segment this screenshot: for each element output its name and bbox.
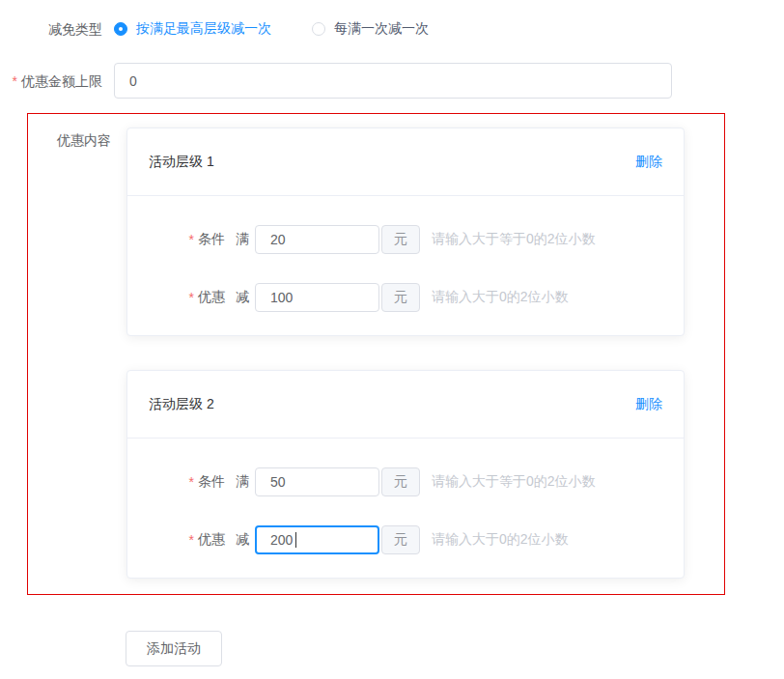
condition-hint: 请输入大于等于0的2位小数 [432, 473, 596, 491]
tier-2-body: * 条件 满 元 请输入大于等于0的2位小数 * 优惠 [127, 439, 684, 578]
max-discount-input[interactable] [114, 63, 672, 99]
required-star: * [189, 532, 194, 548]
radio-unchecked-icon[interactable] [312, 22, 325, 36]
max-discount-row: *优惠金额上限 [0, 63, 784, 99]
yuan-unit-append: 元 [381, 225, 420, 254]
tier-2-title: 活动层级 2 [149, 396, 214, 413]
discount-label-group: * 优惠 减 [127, 289, 255, 306]
tier-2-condition-row: * 条件 满 元 请输入大于等于0的2位小数 [127, 467, 684, 496]
radio-option-highest-tier[interactable]: 按满足最高层级减一次 [114, 20, 271, 38]
discount-label: 优惠 [198, 289, 225, 306]
condition-label: 条件 [198, 231, 225, 248]
tier-1-header: 活动层级 1 删除 [127, 128, 684, 196]
tier-1-discount-row: * 优惠 减 元 请输入大于0的2位小数 [127, 283, 684, 312]
tier-1-delete-link[interactable]: 删除 [635, 154, 662, 171]
promotion-form-page: 减免类型 按满足最高层级减一次 每满一次减一次 *优惠金额上限 优惠内容 活动层… [0, 19, 784, 679]
tier-1-body: * 条件 满 元 请输入大于等于0的2位小数 * 优惠 [127, 196, 684, 335]
radio-option-label[interactable]: 每满一次减一次 [334, 20, 429, 38]
tier-2-condition-input[interactable] [255, 467, 379, 496]
condition-label-group: * 条件 满 [127, 473, 255, 491]
radio-option-every-time[interactable]: 每满一次减一次 [312, 20, 429, 38]
tier-2-delete-link[interactable]: 删除 [635, 396, 662, 413]
yuan-unit-append: 元 [381, 283, 420, 312]
discount-input-wrap [255, 283, 379, 312]
discount-prefix: 减 [236, 531, 249, 549]
condition-prefix: 满 [236, 473, 249, 491]
yuan-unit-append: 元 [381, 525, 420, 554]
tier-2-discount-row: * 优惠 减 元 请输入大于0的2位小数 [127, 525, 684, 554]
reduction-type-label: 减免类型 [0, 19, 114, 39]
discount-label: 优惠 [198, 531, 225, 549]
tier-1-title: 活动层级 1 [149, 154, 214, 171]
radio-option-label[interactable]: 按满足最高层级减一次 [136, 20, 271, 38]
required-star: * [189, 474, 194, 490]
add-activity-row: 添加活动 [126, 631, 784, 666]
condition-prefix: 满 [236, 231, 249, 248]
add-activity-button[interactable]: 添加活动 [126, 631, 222, 666]
discount-prefix: 减 [236, 289, 249, 306]
discount-content-label: 优惠内容 [57, 132, 111, 150]
condition-hint: 请输入大于等于0的2位小数 [432, 231, 596, 248]
required-star: * [189, 290, 194, 305]
tier-1-condition-input[interactable] [255, 225, 379, 254]
discount-hint: 请输入大于0的2位小数 [432, 289, 569, 306]
yuan-unit-append: 元 [381, 467, 420, 496]
discount-label-group: * 优惠 减 [127, 531, 255, 549]
radio-checked-icon[interactable] [114, 22, 127, 36]
discount-hint: 请输入大于0的2位小数 [432, 531, 569, 549]
tier-1-discount-input[interactable] [255, 283, 379, 312]
tier-2-header: 活动层级 2 删除 [127, 371, 684, 439]
condition-label: 条件 [198, 473, 225, 491]
tier-1-condition-row: * 条件 满 元 请输入大于等于0的2位小数 [127, 225, 684, 254]
tier-card-1: 活动层级 1 删除 * 条件 满 元 请输入大于等于0 [126, 127, 685, 336]
condition-label-group: * 条件 满 [127, 231, 255, 248]
tier-2-discount-input-focused[interactable] [255, 525, 379, 554]
tier-card-2: 活动层级 2 删除 * 条件 满 元 请输入大于等于0 [126, 370, 685, 579]
condition-input-wrap [255, 225, 379, 254]
discount-input-wrap [255, 525, 379, 554]
discount-content-box: 优惠内容 活动层级 1 删除 * 条件 满 [27, 113, 725, 595]
max-discount-label: *优惠金额上限 [0, 71, 114, 91]
condition-input-wrap [255, 467, 379, 496]
required-star: * [189, 232, 194, 247]
tier-list: 活动层级 1 删除 * 条件 满 元 请输入大于等于0 [126, 127, 685, 579]
reduction-type-row: 减免类型 按满足最高层级减一次 每满一次减一次 [0, 19, 784, 39]
required-star: * [13, 73, 17, 89]
